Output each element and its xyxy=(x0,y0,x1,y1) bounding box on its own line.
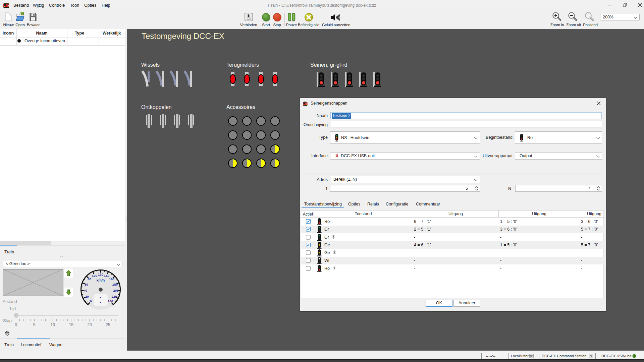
svg-text:240: 240 xyxy=(108,299,113,303)
svg-text:0: 0 xyxy=(90,299,92,303)
svg-text:140: 140 xyxy=(104,274,109,278)
svg-text:200: 200 xyxy=(113,289,118,292)
svg-text:220: 220 xyxy=(112,295,117,298)
svg-text:100: 100 xyxy=(92,274,97,278)
svg-text:60: 60 xyxy=(85,283,88,286)
svg-text:-: - xyxy=(100,300,101,304)
svg-text:80: 80 xyxy=(88,277,92,281)
svg-text:-: - xyxy=(100,295,101,299)
svg-text:km/h: km/h xyxy=(97,278,105,282)
svg-text:40: 40 xyxy=(84,289,87,292)
svg-text:160: 160 xyxy=(109,277,114,281)
svg-text:20: 20 xyxy=(85,295,89,298)
svg-text:180: 180 xyxy=(112,283,118,286)
svg-text:120: 120 xyxy=(98,273,103,276)
